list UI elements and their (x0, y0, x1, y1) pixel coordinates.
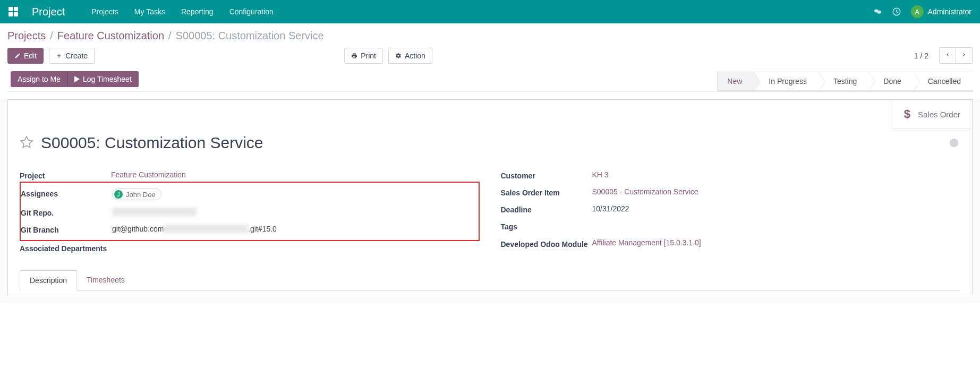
assignee-avatar: J (114, 190, 123, 199)
form-col-left: Project Feature Customization Assignees … (20, 167, 480, 258)
sheet-background: $ Sales Order S00005: Customization Serv… (0, 99, 980, 303)
row-so-item: Sales Order Item S00005 - Customization … (501, 184, 961, 201)
form-grid: Project Feature Customization Assignees … (20, 167, 960, 258)
avatar-initial: A (915, 8, 919, 16)
git-branch-redacted: ████████████████ (164, 225, 248, 233)
activities-icon[interactable] (892, 7, 901, 16)
value-git-repo[interactable]: ████████████████ (112, 208, 479, 216)
value-customer[interactable]: KH 3 (592, 170, 961, 179)
highlighted-fields: Assignees J John Doe Git Repo. █████████… (20, 182, 480, 241)
nav-menu: Projects My Tasks Reporting Configuratio… (91, 7, 274, 16)
play-icon (74, 76, 80, 82)
svg-point-5 (877, 11, 881, 14)
value-deadline[interactable]: 10/31/2022 (592, 204, 961, 213)
label-assignees: Assignees (21, 189, 112, 198)
breadcrumb-feature[interactable]: Feature Customization (57, 30, 164, 42)
record-title: S00005: Customization Service (41, 134, 263, 152)
label-deadline: Deadline (501, 204, 592, 214)
control-panel: Projects / Feature Customization / S0000… (0, 23, 980, 92)
value-git-branch[interactable]: git@github.com████████████████.git#15.0 (112, 225, 479, 233)
print-label: Print (361, 52, 376, 60)
star-icon[interactable] (20, 135, 33, 151)
kanban-state-dot[interactable] (950, 139, 958, 147)
tab-description[interactable]: Description (20, 270, 77, 290)
row-assignees: Assignees J John Doe (21, 185, 479, 204)
git-branch-suffix: .git#15.0 (248, 225, 277, 233)
app-brand[interactable]: Project (32, 6, 65, 18)
row-module: Developed Odoo Module Affiliate Manageme… (501, 235, 961, 254)
label-so-item: Sales Order Item (501, 187, 592, 197)
row-git-branch: Git Branch git@github.com███████████████… (21, 221, 479, 238)
cp-center: Print Action (344, 48, 432, 64)
pager-next[interactable] (956, 48, 972, 63)
assignee-chip[interactable]: J John Doe (112, 189, 161, 200)
row-deadline: Deadline 10/31/2022 (501, 201, 961, 218)
breadcrumb-projects[interactable]: Projects (7, 30, 46, 42)
git-repo-redacted: ████████████████ (112, 208, 197, 216)
nav-menu-projects[interactable]: Projects (91, 7, 118, 16)
row-customer: Customer KH 3 (501, 167, 961, 184)
value-project[interactable]: Feature Customization (111, 170, 480, 179)
label-tags: Tags (501, 221, 592, 231)
discuss-icon[interactable] (873, 7, 882, 16)
pager-prev[interactable] (940, 48, 956, 63)
svg-rect-2 (8, 12, 13, 16)
row-departments: Associated Departments (20, 239, 480, 258)
stage-label: New (727, 77, 742, 85)
stage-cancelled[interactable]: Cancelled (913, 72, 973, 91)
assign-label: Assign to Me (18, 75, 61, 83)
title-row: S00005: Customization Service (20, 134, 960, 152)
breadcrumb-sep: / (168, 30, 172, 42)
user-name: Administrator (928, 7, 972, 16)
edit-button[interactable]: Edit (7, 48, 44, 64)
avatar: A (911, 5, 924, 18)
cp-left: Edit Create (7, 48, 95, 64)
git-branch-prefix: git@github.com (112, 225, 164, 233)
user-menu[interactable]: A Administrator (911, 5, 972, 18)
label-git-repo: Git Repo. (21, 208, 112, 217)
cp-right: 1 / 2 (914, 47, 973, 64)
nav-menu-mytasks[interactable]: My Tasks (134, 7, 165, 16)
control-panel-row: Edit Create Print Action 1 / 2 (7, 47, 973, 64)
stage-label: Testing (833, 77, 857, 85)
log-timesheet-button[interactable]: Log Timesheet (67, 71, 139, 87)
log-timesheet-label: Log Timesheet (83, 75, 132, 83)
value-assignees[interactable]: J John Doe (112, 189, 479, 200)
apps-icon[interactable] (8, 7, 18, 16)
action-button[interactable]: Action (388, 48, 432, 64)
stage-label: Done (883, 77, 901, 85)
label-git-branch: Git Branch (21, 225, 112, 234)
nav-menu-reporting[interactable]: Reporting (181, 7, 214, 16)
print-button[interactable]: Print (344, 48, 383, 64)
svg-rect-3 (14, 12, 18, 16)
stage-bar: New In Progress Testing Done Cancelled (717, 72, 973, 91)
dollar-icon: $ (904, 107, 910, 121)
label-module: Developed Odoo Module (501, 238, 592, 250)
stage-new[interactable]: New (717, 72, 754, 91)
tab-label: Description (30, 276, 67, 285)
label-project: Project (20, 170, 111, 180)
assign-to-me-button[interactable]: Assign to Me (11, 71, 67, 87)
row-git-repo: Git Repo. ████████████████ (21, 204, 479, 221)
stat-button-sales-order[interactable]: $ Sales Order (892, 100, 972, 129)
pager-text[interactable]: 1 / 2 (914, 52, 928, 60)
value-module[interactable]: Affiliate Management [15.0.3.1.0] (592, 238, 961, 247)
svg-rect-0 (8, 7, 13, 11)
stat-button-label: Sales Order (918, 110, 960, 119)
label-departments: Associated Departments (20, 243, 111, 254)
statusbar-buttons: Assign to Me Log Timesheet (11, 71, 139, 87)
action-label: Action (405, 52, 425, 60)
stage-in-progress[interactable]: In Progress (754, 72, 819, 91)
nav-menu-configuration[interactable]: Configuration (229, 7, 274, 16)
stage-testing[interactable]: Testing (819, 72, 868, 91)
svg-rect-1 (14, 7, 18, 11)
tab-label: Timesheets (87, 276, 125, 284)
pager-buttons (939, 47, 973, 64)
create-button[interactable]: Create (49, 48, 95, 64)
label-customer: Customer (501, 170, 592, 180)
edit-label: Edit (24, 52, 37, 60)
value-so-item[interactable]: S00005 - Customization Service (592, 187, 961, 196)
assignee-name: John Doe (126, 191, 156, 199)
breadcrumb-sep: / (50, 30, 53, 42)
tab-timesheets[interactable]: Timesheets (77, 270, 134, 290)
